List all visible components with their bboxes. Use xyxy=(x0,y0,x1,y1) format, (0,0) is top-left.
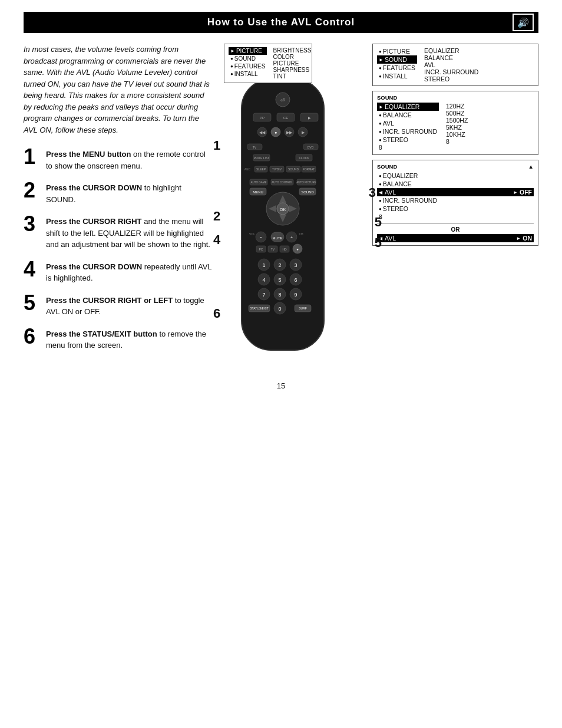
steps-list: 1 Press the MENU button on the remote co… xyxy=(24,146,212,351)
avl-off-val: ► OFF xyxy=(513,189,532,196)
arrow: ► xyxy=(379,104,384,110)
svg-text:4: 4 xyxy=(262,277,265,283)
page-header: How to Use the AVL Control 🔊 xyxy=(24,12,538,33)
svg-text:9: 9 xyxy=(294,292,297,298)
avl-eq-label: EQUALIZER xyxy=(383,172,418,179)
sm-incr-val: INCR. SURROUND xyxy=(424,68,478,75)
step-4-number: 4 xyxy=(24,259,40,280)
bullet-icon: ● xyxy=(230,64,233,69)
avl-stereo-label: STEREO xyxy=(383,205,408,212)
arrow-icon: ► xyxy=(230,48,235,54)
svg-text:PROG LIST: PROG LIST xyxy=(254,156,270,160)
sound-label: SOUND xyxy=(234,55,256,62)
svg-text:TV: TV xyxy=(253,146,257,149)
install-label: INSTALL xyxy=(234,71,258,77)
svg-text:PP: PP xyxy=(260,116,265,120)
eq-1500: 1500HZ xyxy=(446,117,468,124)
step-1: 1 Press the MENU button on the remote co… xyxy=(24,146,212,172)
svg-text:AEC: AEC xyxy=(244,167,251,171)
avl-incr-label: INCR. SURROUND xyxy=(383,197,437,204)
eq-equalizer-highlighted: ► EQUALIZER xyxy=(377,103,439,111)
speaker-icon: 🔊 xyxy=(517,17,530,28)
svg-text:MENU: MENU xyxy=(253,190,263,194)
sm-picture-label: PICTURE xyxy=(383,48,410,55)
step-label-5b: 5 xyxy=(375,235,382,251)
svg-text:0: 0 xyxy=(278,306,281,312)
avl-incr: ● INCR. SURROUND xyxy=(377,196,534,205)
sound-menu-left-items: ● PICTURE ► SOUND ● FEATURES xyxy=(377,47,417,83)
svg-text:SOUND: SOUND xyxy=(288,167,299,171)
eq-incr: ● INCR. SURROUND xyxy=(377,127,439,136)
sm-equalizer-val: EQUALIZER xyxy=(424,47,478,54)
sound-menu-box: ● PICTURE ► SOUND ● FEATURES xyxy=(372,44,538,86)
eq-avl-label: AVL xyxy=(383,120,394,127)
eq-incr-label: INCR. SURROUND xyxy=(383,128,437,135)
svg-text:-: - xyxy=(260,233,262,240)
picture-menu-item-install: ● INSTALL xyxy=(229,70,267,78)
bullet: ● xyxy=(379,49,382,54)
svg-text:6: 6 xyxy=(294,277,297,283)
eq-stereo-label: STEREO xyxy=(383,136,408,143)
bullet-icon: ● xyxy=(230,56,233,61)
picture-menu-content: ► PICTURE ● SOUND ● FEATURES xyxy=(229,47,308,80)
remote-section: ► PICTURE ● SOUND ● FEATURES xyxy=(224,44,365,364)
step-2-text: Press the CURSOR DOWN to highlight SOUND… xyxy=(46,180,212,205)
picture-menu-item-features: ● FEATURES xyxy=(229,62,267,70)
remote-svg: ⏎ PP CE ▶ ◀◀ ● ▶▶ xyxy=(224,79,342,362)
step-1-text: Press the MENU button on the remote cont… xyxy=(46,146,212,172)
intro-paragraph: In most cases, the volume levels coming … xyxy=(24,44,212,136)
picture-menu: ► PICTURE ● SOUND ● FEATURES xyxy=(224,44,312,83)
svg-text:AUTO CONTROL: AUTO CONTROL xyxy=(272,181,293,184)
right-column: ► PICTURE ● SOUND ● FEATURES xyxy=(224,44,538,364)
avl-balance-label: BALANCE xyxy=(383,180,412,187)
bullet: ● xyxy=(379,74,382,79)
step-4: 4 Press the CURSOR DOWN repeatedly until… xyxy=(24,259,212,284)
avl-balance: ● BALANCE xyxy=(377,180,534,188)
menus-column: ● PICTURE ► SOUND ● FEATURES xyxy=(372,44,538,364)
header-title: How to Use the AVL Control xyxy=(207,17,355,28)
eq-120: 120HZ xyxy=(446,103,468,110)
svg-text:◀◀: ◀◀ xyxy=(259,130,266,134)
picture-label: PICTURE xyxy=(273,60,311,67)
sm-sound-highlighted: ► SOUND xyxy=(377,55,417,64)
picture-menu-right: BRIGHTNESS COLOR PICTURE SHARPNESS TINT xyxy=(273,47,311,80)
svg-text:●: ● xyxy=(296,248,299,251)
step-label-1: 1 xyxy=(213,138,220,153)
eq-8r: 8 xyxy=(446,138,468,145)
sharpness-label: SHARPNESS xyxy=(273,67,311,73)
sound-menu-inner: ● PICTURE ► SOUND ● FEATURES xyxy=(377,47,534,83)
sm-install: ● INSTALL xyxy=(377,72,417,80)
step-6-text: Press the STATUS/EXIT button to remove t… xyxy=(46,326,212,351)
eq-10k: 10KHZ xyxy=(446,131,468,138)
svg-text:8: 8 xyxy=(278,292,281,298)
step-6: 6 Press the STATUS/EXIT button to remove… xyxy=(24,326,212,351)
avl-8: 8 xyxy=(377,213,534,221)
avl-on-val: ► ON xyxy=(516,235,532,242)
avl-avl-label: AVL xyxy=(385,189,396,196)
avl-or: OR xyxy=(377,226,534,233)
svg-text:⏎: ⏎ xyxy=(280,97,285,103)
bullet: ● xyxy=(379,173,382,179)
right-arrow-2: ► xyxy=(516,236,521,241)
svg-text:7: 7 xyxy=(262,292,265,298)
page-number: 15 xyxy=(24,381,538,390)
bullet: ● xyxy=(379,65,382,71)
svg-text:TV/DIV: TV/DIV xyxy=(272,167,282,171)
svg-text:CLOCK: CLOCK xyxy=(299,156,309,160)
svg-text:SOUND: SOUND xyxy=(301,190,314,194)
avl-eq: ● EQUALIZER xyxy=(377,172,534,180)
step-4-text: Press the CURSOR DOWN repeatedly until A… xyxy=(46,259,212,284)
page: How to Use the AVL Control 🔊 In most cas… xyxy=(0,0,562,728)
step-label-6: 6 xyxy=(213,306,220,321)
features-label: FEATURES xyxy=(234,63,266,70)
avl-title: SOUND xyxy=(377,163,397,170)
step-label-4: 4 xyxy=(213,232,220,248)
left-column: In most cases, the volume levels coming … xyxy=(24,44,212,364)
svg-text:SURF: SURF xyxy=(299,307,307,310)
avl-on-text: ON xyxy=(523,235,532,242)
avl-title-row: SOUND ▲ xyxy=(377,163,534,170)
avl-stereo: ● STEREO xyxy=(377,205,534,213)
svg-text:CH: CH xyxy=(299,232,303,236)
svg-text:▶: ▶ xyxy=(308,116,311,120)
svg-text:+: + xyxy=(290,235,293,239)
